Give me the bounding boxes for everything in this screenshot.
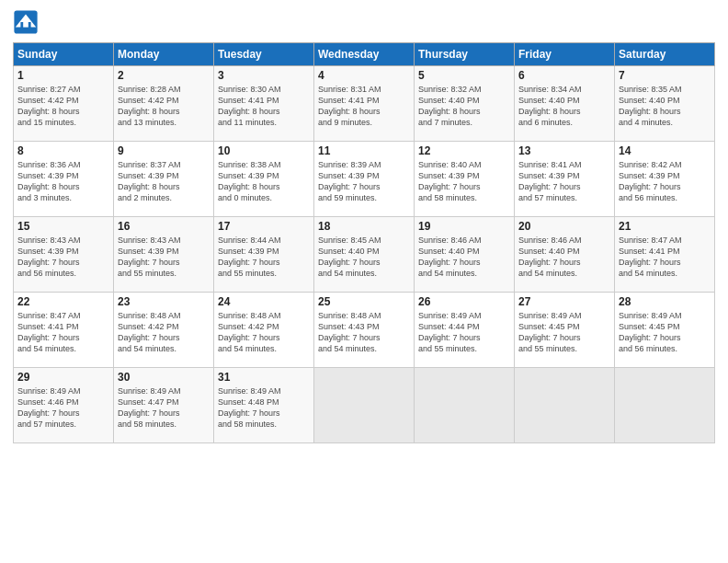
day-info: Sunrise: 8:28 AM Sunset: 4:42 PM Dayligh…: [118, 84, 210, 129]
day-info: Sunrise: 8:37 AM Sunset: 4:39 PM Dayligh…: [118, 159, 210, 204]
day-header-saturday: Saturday: [615, 43, 715, 66]
calendar-cell: 15Sunrise: 8:43 AM Sunset: 4:39 PM Dayli…: [14, 217, 114, 293]
calendar-cell: 8Sunrise: 8:36 AM Sunset: 4:39 PM Daylig…: [14, 142, 114, 217]
calendar-cell: 4Sunrise: 8:31 AM Sunset: 4:41 PM Daylig…: [314, 66, 415, 142]
calendar-cell: 7Sunrise: 8:35 AM Sunset: 4:40 PM Daylig…: [615, 66, 715, 142]
day-info: Sunrise: 8:45 AM Sunset: 4:40 PM Dayligh…: [318, 235, 410, 280]
calendar-cell: 9Sunrise: 8:37 AM Sunset: 4:39 PM Daylig…: [114, 142, 214, 217]
day-header-tuesday: Tuesday: [214, 43, 314, 66]
day-number: 21: [619, 220, 711, 233]
day-number: 28: [619, 295, 711, 308]
day-number: 11: [318, 144, 410, 157]
day-number: 8: [17, 144, 109, 157]
day-number: 16: [118, 220, 210, 233]
calendar-cell: 19Sunrise: 8:46 AM Sunset: 4:40 PM Dayli…: [415, 217, 515, 293]
calendar-cell: 30Sunrise: 8:49 AM Sunset: 4:47 PM Dayli…: [114, 368, 214, 443]
day-info: Sunrise: 8:49 AM Sunset: 4:46 PM Dayligh…: [17, 385, 109, 431]
day-info: Sunrise: 8:46 AM Sunset: 4:40 PM Dayligh…: [418, 235, 510, 280]
calendar-cell: 27Sunrise: 8:49 AM Sunset: 4:45 PM Dayli…: [515, 293, 615, 368]
calendar-table: SundayMondayTuesdayWednesdayThursdayFrid…: [13, 42, 715, 443]
day-number: 22: [17, 295, 109, 308]
day-info: Sunrise: 8:47 AM Sunset: 4:41 PM Dayligh…: [17, 310, 109, 355]
day-header-monday: Monday: [114, 43, 214, 66]
day-info: Sunrise: 8:34 AM Sunset: 4:40 PM Dayligh…: [518, 84, 610, 129]
day-header-wednesday: Wednesday: [314, 43, 415, 66]
calendar-cell: 13Sunrise: 8:41 AM Sunset: 4:39 PM Dayli…: [515, 142, 615, 217]
calendar-cell: 20Sunrise: 8:46 AM Sunset: 4:40 PM Dayli…: [515, 217, 615, 293]
page-header: [13, 9, 715, 35]
day-info: Sunrise: 8:43 AM Sunset: 4:39 PM Dayligh…: [118, 235, 210, 280]
calendar-cell: 11Sunrise: 8:39 AM Sunset: 4:39 PM Dayli…: [314, 142, 415, 217]
calendar-cell: 26Sunrise: 8:49 AM Sunset: 4:44 PM Dayli…: [415, 293, 515, 368]
day-number: 12: [418, 144, 510, 157]
day-info: Sunrise: 8:27 AM Sunset: 4:42 PM Dayligh…: [17, 84, 109, 129]
day-info: Sunrise: 8:38 AM Sunset: 4:39 PM Dayligh…: [218, 159, 310, 204]
calendar-cell: 2Sunrise: 8:28 AM Sunset: 4:42 PM Daylig…: [114, 66, 214, 142]
day-info: Sunrise: 8:46 AM Sunset: 4:40 PM Dayligh…: [518, 235, 610, 280]
day-number: 19: [418, 220, 510, 233]
logo-icon: [13, 9, 39, 35]
day-number: 9: [118, 144, 210, 157]
calendar-cell: 31Sunrise: 8:49 AM Sunset: 4:48 PM Dayli…: [214, 368, 314, 443]
day-number: 3: [218, 69, 310, 82]
calendar-cell: 22Sunrise: 8:47 AM Sunset: 4:41 PM Dayli…: [14, 293, 114, 368]
day-number: 26: [418, 295, 510, 308]
day-info: Sunrise: 8:36 AM Sunset: 4:39 PM Dayligh…: [17, 159, 109, 204]
day-number: 7: [619, 69, 711, 82]
day-number: 25: [318, 295, 410, 308]
day-number: 10: [218, 144, 310, 157]
calendar-cell: 6Sunrise: 8:34 AM Sunset: 4:40 PM Daylig…: [515, 66, 615, 142]
calendar-cell: [515, 368, 615, 443]
calendar-cell: 28Sunrise: 8:49 AM Sunset: 4:45 PM Dayli…: [615, 293, 715, 368]
day-info: Sunrise: 8:39 AM Sunset: 4:39 PM Dayligh…: [318, 159, 410, 204]
calendar-cell: [615, 368, 715, 443]
calendar-cell: [314, 368, 415, 443]
logo: [13, 9, 42, 35]
day-number: 18: [318, 220, 410, 233]
day-number: 1: [17, 69, 109, 82]
day-number: 24: [218, 295, 310, 308]
calendar-cell: 18Sunrise: 8:45 AM Sunset: 4:40 PM Dayli…: [314, 217, 415, 293]
calendar-cell: 23Sunrise: 8:48 AM Sunset: 4:42 PM Dayli…: [114, 293, 214, 368]
day-number: 30: [118, 371, 210, 384]
day-info: Sunrise: 8:49 AM Sunset: 4:44 PM Dayligh…: [418, 310, 510, 355]
day-info: Sunrise: 8:48 AM Sunset: 4:42 PM Dayligh…: [218, 310, 310, 355]
calendar-cell: 14Sunrise: 8:42 AM Sunset: 4:39 PM Dayli…: [615, 142, 715, 217]
day-info: Sunrise: 8:43 AM Sunset: 4:39 PM Dayligh…: [17, 235, 109, 280]
day-info: Sunrise: 8:48 AM Sunset: 4:43 PM Dayligh…: [318, 310, 410, 355]
calendar-cell: 16Sunrise: 8:43 AM Sunset: 4:39 PM Dayli…: [114, 217, 214, 293]
day-number: 13: [518, 144, 610, 157]
day-info: Sunrise: 8:49 AM Sunset: 4:48 PM Dayligh…: [218, 385, 310, 431]
day-number: 17: [218, 220, 310, 233]
day-header-sunday: Sunday: [14, 43, 114, 66]
day-info: Sunrise: 8:48 AM Sunset: 4:42 PM Dayligh…: [118, 310, 210, 355]
calendar-cell: 21Sunrise: 8:47 AM Sunset: 4:41 PM Dayli…: [615, 217, 715, 293]
day-info: Sunrise: 8:30 AM Sunset: 4:41 PM Dayligh…: [218, 84, 310, 129]
calendar-cell: 25Sunrise: 8:48 AM Sunset: 4:43 PM Dayli…: [314, 293, 415, 368]
calendar-cell: 24Sunrise: 8:48 AM Sunset: 4:42 PM Dayli…: [214, 293, 314, 368]
day-header-friday: Friday: [515, 43, 615, 66]
calendar-cell: 17Sunrise: 8:44 AM Sunset: 4:39 PM Dayli…: [214, 217, 314, 293]
calendar-cell: 12Sunrise: 8:40 AM Sunset: 4:39 PM Dayli…: [415, 142, 515, 217]
day-number: 2: [118, 69, 210, 82]
day-info: Sunrise: 8:31 AM Sunset: 4:41 PM Dayligh…: [318, 84, 410, 129]
day-info: Sunrise: 8:42 AM Sunset: 4:39 PM Dayligh…: [619, 159, 711, 204]
day-info: Sunrise: 8:41 AM Sunset: 4:39 PM Dayligh…: [518, 159, 610, 204]
calendar-cell: [415, 368, 515, 443]
day-info: Sunrise: 8:47 AM Sunset: 4:41 PM Dayligh…: [619, 235, 711, 280]
day-info: Sunrise: 8:49 AM Sunset: 4:45 PM Dayligh…: [518, 310, 610, 355]
day-number: 6: [518, 69, 610, 82]
day-info: Sunrise: 8:35 AM Sunset: 4:40 PM Dayligh…: [619, 84, 711, 129]
day-info: Sunrise: 8:49 AM Sunset: 4:45 PM Dayligh…: [619, 310, 711, 355]
day-number: 23: [118, 295, 210, 308]
day-number: 31: [218, 371, 310, 384]
day-info: Sunrise: 8:44 AM Sunset: 4:39 PM Dayligh…: [218, 235, 310, 280]
svg-rect-3: [23, 18, 28, 28]
day-info: Sunrise: 8:49 AM Sunset: 4:47 PM Dayligh…: [118, 385, 210, 431]
day-number: 4: [318, 69, 410, 82]
day-info: Sunrise: 8:40 AM Sunset: 4:39 PM Dayligh…: [418, 159, 510, 204]
calendar-cell: 10Sunrise: 8:38 AM Sunset: 4:39 PM Dayli…: [214, 142, 314, 217]
day-number: 27: [518, 295, 610, 308]
day-number: 29: [17, 371, 109, 384]
day-info: Sunrise: 8:32 AM Sunset: 4:40 PM Dayligh…: [418, 84, 510, 129]
